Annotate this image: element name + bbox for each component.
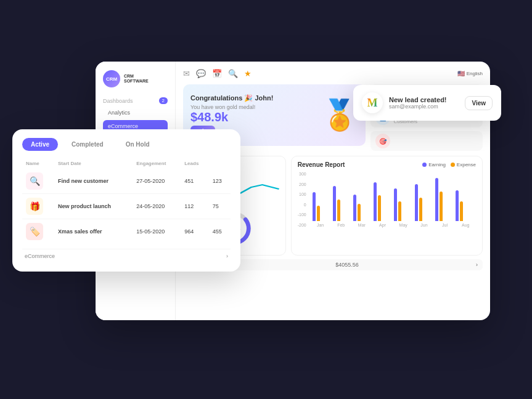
calendar-icon[interactable]: 📅 bbox=[212, 69, 222, 78]
campaign-engagement: 112 bbox=[181, 194, 209, 219]
tab-on-hold[interactable]: On Hold bbox=[117, 138, 158, 151]
tab-row: Active Completed On Hold bbox=[22, 138, 231, 151]
campaign-leads: 455 bbox=[209, 219, 231, 244]
expense-bar bbox=[378, 195, 381, 221]
chart-labels: JanFebMarAprMayJunJulAug bbox=[310, 223, 476, 227]
campaign-icon: 🔍 bbox=[26, 172, 43, 190]
bar-group bbox=[394, 188, 412, 221]
table-body: 🔍Find new customer27-05-2020451123🎁New p… bbox=[22, 169, 231, 244]
star-icon[interactable]: ★ bbox=[244, 69, 252, 78]
tab-completed[interactable]: Completed bbox=[63, 138, 112, 151]
revenue-title: Revenue Report bbox=[298, 161, 345, 168]
campaign-table: Name Start Date Engagement Leads 🔍Find n… bbox=[22, 158, 231, 244]
search-icon[interactable]: 🔍 bbox=[228, 69, 238, 78]
view-button[interactable]: View bbox=[465, 96, 493, 110]
sidebar-section-dashboards: Dashboards 2 bbox=[103, 97, 168, 104]
dashboards-badge: 2 bbox=[159, 97, 168, 104]
expense-bar bbox=[419, 198, 422, 221]
bar-group bbox=[353, 195, 371, 221]
bar-chart bbox=[310, 172, 476, 221]
campaign-start-date: 15-05-2020 bbox=[133, 219, 181, 244]
campaign-icon-cell: 🏷️ bbox=[22, 219, 54, 244]
campaign-engagement: 451 bbox=[181, 169, 209, 194]
table-footer: eCommerce › bbox=[22, 249, 231, 263]
mail-icon[interactable]: ✉ bbox=[183, 69, 190, 78]
chat-icon[interactable]: 💬 bbox=[196, 69, 206, 78]
legend-expense: Expense bbox=[451, 162, 476, 167]
top-nav: ✉ 💬 📅 🔍 ★ 🇺🇸 English bbox=[183, 69, 483, 78]
flag-icon: 🇺🇸 bbox=[457, 70, 465, 77]
logo-area: CRM CRM SOFTWARE bbox=[103, 70, 168, 87]
table-row: 🎁New product launch24-05-202011275 bbox=[22, 194, 231, 219]
bar-group bbox=[415, 184, 433, 221]
table-header: Name Start Date Engagement Leads bbox=[22, 158, 231, 169]
earning-bar bbox=[415, 184, 418, 221]
campaign-leads: 75 bbox=[209, 194, 231, 219]
expense-dot bbox=[451, 163, 455, 167]
legend: Earning Expense bbox=[422, 162, 476, 167]
expense-bar bbox=[317, 206, 320, 221]
bar-chart-wrapper: 300 200 100 0 -100 -200 JanFebMarAprMayJ… bbox=[298, 172, 476, 227]
month-label: May bbox=[393, 223, 414, 227]
campaign-start-date: 24-05-2020 bbox=[133, 194, 181, 219]
gmail-icon: M bbox=[362, 92, 383, 113]
bar-group bbox=[313, 192, 330, 221]
earning-bar bbox=[333, 186, 336, 221]
notification-title: New lead created! bbox=[389, 96, 459, 103]
campaign-icon-cell: 🎁 bbox=[22, 194, 54, 219]
month-label: Jul bbox=[435, 223, 456, 227]
col-name: Name bbox=[22, 158, 54, 169]
y-axis: 300 200 100 0 -100 -200 bbox=[298, 172, 309, 227]
col-leads: Leads bbox=[181, 158, 209, 169]
welcome-text: Congratulations 🎉 John! You have won gol… bbox=[190, 94, 273, 110]
bar-group bbox=[374, 182, 391, 221]
language-selector[interactable]: 🇺🇸 English bbox=[457, 70, 483, 77]
expense-bar bbox=[440, 191, 443, 221]
welcome-amount: $48.9k bbox=[190, 110, 273, 124]
gmail-m-letter: M bbox=[367, 97, 378, 110]
nav-icons: ✉ 💬 📅 🔍 ★ bbox=[183, 69, 252, 78]
earning-bar bbox=[394, 188, 397, 221]
table-row: 🏷️Xmas sales offer15-05-2020964455 bbox=[22, 219, 231, 244]
expense-bar bbox=[398, 201, 401, 221]
month-label: Jan bbox=[310, 223, 331, 227]
bar-group bbox=[456, 190, 473, 221]
logo-icon: CRM bbox=[103, 70, 120, 87]
campaign-icon-cell: 🔍 bbox=[22, 169, 54, 194]
campaign-leads: 123 bbox=[209, 169, 231, 194]
notification-card: M New lead created! sam@example.com View bbox=[353, 85, 501, 121]
earning-bar bbox=[353, 195, 356, 221]
campaign-name: New product launch bbox=[54, 194, 133, 219]
campaign-name: Find new customer bbox=[54, 169, 133, 194]
earning-bar bbox=[374, 182, 377, 221]
month-label: Feb bbox=[330, 223, 351, 227]
expense-bar bbox=[358, 204, 361, 221]
sidebar-item-analytics[interactable]: Analytics bbox=[103, 107, 168, 119]
campaign-start-date: 27-05-2020 bbox=[133, 169, 181, 194]
other-stat: 🎯 bbox=[370, 131, 483, 151]
col-start-date: Start Date bbox=[54, 158, 133, 169]
legend-earning: Earning bbox=[422, 162, 446, 167]
bar-group bbox=[435, 178, 453, 221]
expense-bar bbox=[337, 200, 340, 221]
col-engagement: Engagement bbox=[133, 158, 181, 169]
bar-group bbox=[333, 186, 351, 221]
revenue-card: Revenue Report Earning Expense bbox=[291, 156, 483, 256]
month-label: Jun bbox=[414, 223, 435, 227]
earning-dot bbox=[422, 163, 427, 167]
earning-bar bbox=[313, 192, 316, 221]
earning-bar bbox=[435, 178, 438, 221]
earning-bar bbox=[456, 190, 459, 221]
campaign-name: Xmas sales offer bbox=[54, 219, 133, 244]
campaign-icon: 🏷️ bbox=[26, 223, 43, 240]
table-row: 🔍Find new customer27-05-2020451123 bbox=[22, 169, 231, 194]
revenue-header: Revenue Report Earning Expense bbox=[298, 161, 476, 168]
campaign-engagement: 964 bbox=[181, 219, 209, 244]
month-label: Mar bbox=[351, 223, 372, 227]
month-label: Aug bbox=[455, 223, 476, 227]
expense-bar bbox=[460, 201, 463, 221]
notification-text: New lead created! sam@example.com bbox=[389, 96, 459, 110]
tab-active[interactable]: Active bbox=[22, 138, 58, 151]
month-label: Apr bbox=[372, 223, 393, 227]
campaign-icon: 🎁 bbox=[26, 198, 43, 215]
